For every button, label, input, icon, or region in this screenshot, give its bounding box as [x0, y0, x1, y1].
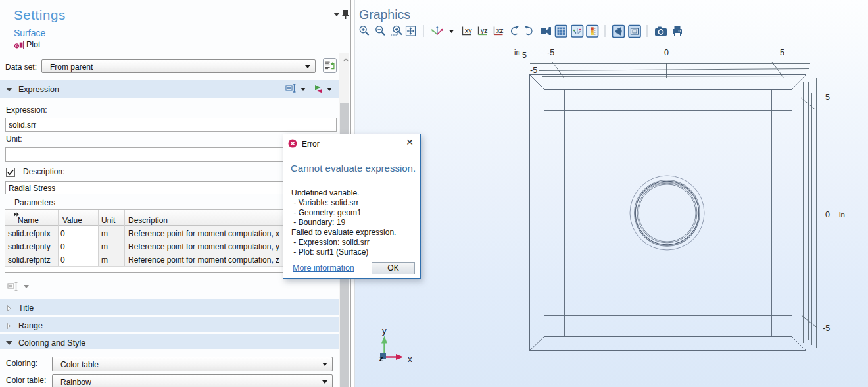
svg-text:5: 5	[780, 48, 784, 57]
svg-text:y: y	[382, 326, 387, 336]
svg-text:-5: -5	[823, 324, 830, 333]
svg-text:z: z	[379, 353, 384, 363]
svg-text:-5: -5	[547, 48, 554, 57]
svg-text:5: 5	[522, 51, 527, 60]
svg-text:yz: yz	[481, 26, 488, 34]
svg-text:x: x	[408, 354, 412, 364]
svg-text:0: 0	[664, 48, 669, 57]
svg-text:in: in	[839, 211, 845, 219]
svg-text:xz: xz	[496, 26, 504, 34]
svg-text:5: 5	[825, 93, 830, 102]
svg-text:xy: xy	[465, 26, 472, 34]
svg-text:-5: -5	[530, 66, 537, 75]
svg-text:in: in	[514, 48, 520, 56]
svg-text:0: 0	[825, 210, 830, 219]
